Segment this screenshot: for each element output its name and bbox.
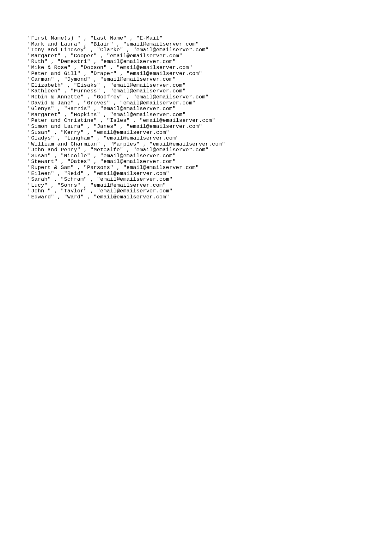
csv-text-block: "First Name(s) " , "Last Name" , "E-Mail… (0, 0, 392, 200)
csv-data-lines: "Mark and Laura" , "Blair" , "email@emai… (28, 41, 225, 200)
csv-header-line: "First Name(s) " , "Last Name" , "E-Mail… (28, 35, 162, 41)
